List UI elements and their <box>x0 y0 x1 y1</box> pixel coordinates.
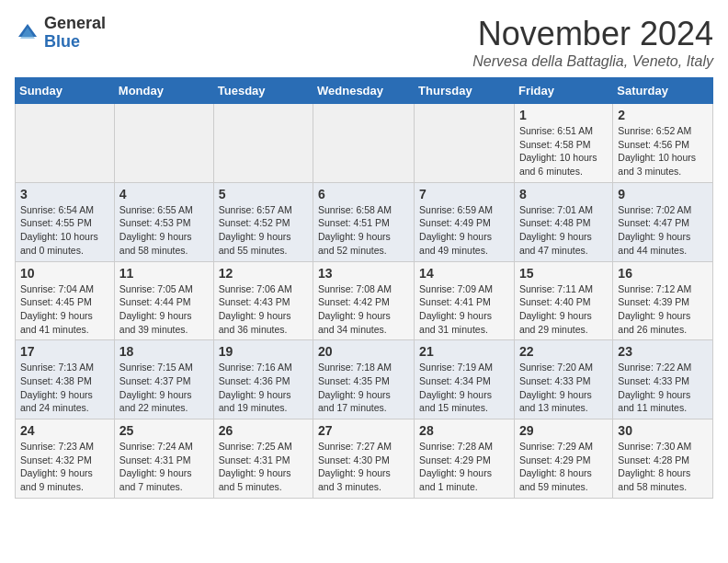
calendar-cell: 15Sunrise: 7:11 AM Sunset: 4:40 PM Dayli… <box>514 261 612 340</box>
day-number: 23 <box>618 344 708 359</box>
day-info: Sunrise: 6:51 AM Sunset: 4:58 PM Dayligh… <box>519 124 608 178</box>
day-info: Sunrise: 7:23 AM Sunset: 4:32 PM Dayligh… <box>20 440 109 494</box>
day-number: 28 <box>419 423 509 438</box>
month-title: November 2024 <box>472 15 713 53</box>
day-info: Sunrise: 7:20 AM Sunset: 4:33 PM Dayligh… <box>519 361 608 415</box>
day-number: 13 <box>318 266 409 281</box>
day-number: 27 <box>318 423 409 438</box>
day-number: 24 <box>20 423 109 438</box>
calendar-cell: 6Sunrise: 6:58 AM Sunset: 4:51 PM Daylig… <box>313 182 415 261</box>
day-info: Sunrise: 7:08 AM Sunset: 4:42 PM Dayligh… <box>318 282 409 337</box>
day-number: 9 <box>618 187 708 201</box>
day-number: 20 <box>318 344 409 359</box>
day-number: 5 <box>219 187 308 201</box>
day-number: 16 <box>618 266 708 281</box>
day-info: Sunrise: 7:29 AM Sunset: 4:29 PM Dayligh… <box>519 440 608 494</box>
weekday-header-saturday: Saturday <box>613 78 713 104</box>
logo-text: General Blue <box>44 15 106 52</box>
day-info: Sunrise: 7:27 AM Sunset: 4:30 PM Dayligh… <box>318 440 409 494</box>
logo: General Blue <box>15 15 106 52</box>
weekday-header-tuesday: Tuesday <box>213 78 313 104</box>
day-info: Sunrise: 7:30 AM Sunset: 4:28 PM Dayligh… <box>618 440 708 494</box>
calendar-cell: 28Sunrise: 7:28 AM Sunset: 4:29 PM Dayli… <box>415 419 515 499</box>
calendar-cell: 4Sunrise: 6:55 AM Sunset: 4:53 PM Daylig… <box>114 182 213 261</box>
day-number: 3 <box>20 187 109 201</box>
day-info: Sunrise: 7:05 AM Sunset: 4:44 PM Dayligh… <box>119 282 209 337</box>
day-info: Sunrise: 7:09 AM Sunset: 4:41 PM Dayligh… <box>419 282 509 337</box>
calendar-cell: 14Sunrise: 7:09 AM Sunset: 4:41 PM Dayli… <box>415 261 515 340</box>
day-info: Sunrise: 6:57 AM Sunset: 4:52 PM Dayligh… <box>219 203 308 258</box>
calendar-cell: 5Sunrise: 6:57 AM Sunset: 4:52 PM Daylig… <box>213 182 313 261</box>
day-number: 18 <box>119 344 209 359</box>
calendar-cell: 23Sunrise: 7:22 AM Sunset: 4:33 PM Dayli… <box>613 340 713 419</box>
calendar-table: SundayMondayTuesdayWednesdayThursdayFrid… <box>15 77 713 499</box>
day-number: 4 <box>119 187 209 201</box>
day-number: 8 <box>519 187 608 201</box>
day-info: Sunrise: 7:11 AM Sunset: 4:40 PM Dayligh… <box>519 282 608 337</box>
day-info: Sunrise: 7:01 AM Sunset: 4:48 PM Dayligh… <box>519 203 608 258</box>
day-info: Sunrise: 6:55 AM Sunset: 4:53 PM Dayligh… <box>119 203 209 258</box>
location-title: Nervesa della Battaglia, Veneto, Italy <box>472 53 713 70</box>
day-number: 1 <box>519 108 608 122</box>
day-number: 10 <box>20 266 109 281</box>
calendar-cell: 21Sunrise: 7:19 AM Sunset: 4:34 PM Dayli… <box>415 340 515 419</box>
weekday-header-thursday: Thursday <box>415 78 515 104</box>
calendar-cell <box>313 104 415 183</box>
day-info: Sunrise: 7:15 AM Sunset: 4:37 PM Dayligh… <box>119 361 209 415</box>
day-number: 15 <box>519 266 608 281</box>
day-number: 2 <box>618 108 708 122</box>
calendar-cell: 18Sunrise: 7:15 AM Sunset: 4:37 PM Dayli… <box>114 340 213 419</box>
calendar-cell: 17Sunrise: 7:13 AM Sunset: 4:38 PM Dayli… <box>16 340 115 419</box>
day-info: Sunrise: 6:54 AM Sunset: 4:55 PM Dayligh… <box>20 203 109 258</box>
day-number: 11 <box>119 266 209 281</box>
calendar-cell: 7Sunrise: 6:59 AM Sunset: 4:49 PM Daylig… <box>415 182 515 261</box>
day-number: 14 <box>419 266 509 281</box>
calendar-cell: 30Sunrise: 7:30 AM Sunset: 4:28 PM Dayli… <box>613 419 713 499</box>
calendar-cell: 27Sunrise: 7:27 AM Sunset: 4:30 PM Dayli… <box>313 419 415 499</box>
calendar-cell <box>114 104 213 183</box>
weekday-header-sunday: Sunday <box>16 78 115 104</box>
day-info: Sunrise: 7:12 AM Sunset: 4:39 PM Dayligh… <box>618 282 708 337</box>
day-info: Sunrise: 6:58 AM Sunset: 4:51 PM Dayligh… <box>318 203 409 258</box>
day-info: Sunrise: 7:02 AM Sunset: 4:47 PM Dayligh… <box>618 203 708 258</box>
day-number: 6 <box>318 187 409 201</box>
calendar-cell: 29Sunrise: 7:29 AM Sunset: 4:29 PM Dayli… <box>514 419 612 499</box>
day-info: Sunrise: 6:59 AM Sunset: 4:49 PM Dayligh… <box>419 203 509 258</box>
logo-icon <box>15 20 40 46</box>
calendar-cell: 26Sunrise: 7:25 AM Sunset: 4:31 PM Dayli… <box>213 419 313 499</box>
weekday-header-friday: Friday <box>514 78 612 104</box>
day-info: Sunrise: 7:06 AM Sunset: 4:43 PM Dayligh… <box>219 282 308 337</box>
day-number: 12 <box>219 266 308 281</box>
day-info: Sunrise: 7:04 AM Sunset: 4:45 PM Dayligh… <box>20 282 109 337</box>
calendar-cell: 16Sunrise: 7:12 AM Sunset: 4:39 PM Dayli… <box>613 261 713 340</box>
calendar-cell: 8Sunrise: 7:01 AM Sunset: 4:48 PM Daylig… <box>514 182 612 261</box>
calendar-cell: 1Sunrise: 6:51 AM Sunset: 4:58 PM Daylig… <box>514 104 612 183</box>
day-number: 26 <box>219 423 308 438</box>
day-info: Sunrise: 7:24 AM Sunset: 4:31 PM Dayligh… <box>119 440 209 494</box>
calendar-cell: 10Sunrise: 7:04 AM Sunset: 4:45 PM Dayli… <box>16 261 115 340</box>
calendar-cell: 2Sunrise: 6:52 AM Sunset: 4:56 PM Daylig… <box>613 104 713 183</box>
calendar-cell <box>16 104 115 183</box>
calendar-cell: 22Sunrise: 7:20 AM Sunset: 4:33 PM Dayli… <box>514 340 612 419</box>
day-number: 17 <box>20 344 109 359</box>
day-number: 19 <box>219 344 308 359</box>
title-area: November 2024 Nervesa della Battaglia, V… <box>472 15 713 70</box>
calendar-cell: 3Sunrise: 6:54 AM Sunset: 4:55 PM Daylig… <box>16 182 115 261</box>
weekday-header-wednesday: Wednesday <box>313 78 415 104</box>
day-info: Sunrise: 7:13 AM Sunset: 4:38 PM Dayligh… <box>20 361 109 415</box>
day-info: Sunrise: 7:16 AM Sunset: 4:36 PM Dayligh… <box>219 361 308 415</box>
calendar-cell: 9Sunrise: 7:02 AM Sunset: 4:47 PM Daylig… <box>613 182 713 261</box>
calendar-cell: 25Sunrise: 7:24 AM Sunset: 4:31 PM Dayli… <box>114 419 213 499</box>
day-number: 22 <box>519 344 608 359</box>
day-info: Sunrise: 7:25 AM Sunset: 4:31 PM Dayligh… <box>219 440 308 494</box>
day-info: Sunrise: 7:28 AM Sunset: 4:29 PM Dayligh… <box>419 440 509 494</box>
day-number: 29 <box>519 423 608 438</box>
calendar-cell: 24Sunrise: 7:23 AM Sunset: 4:32 PM Dayli… <box>16 419 115 499</box>
calendar-cell <box>213 104 313 183</box>
calendar-cell: 13Sunrise: 7:08 AM Sunset: 4:42 PM Dayli… <box>313 261 415 340</box>
day-info: Sunrise: 6:52 AM Sunset: 4:56 PM Dayligh… <box>618 124 708 178</box>
day-number: 25 <box>119 423 209 438</box>
calendar-cell <box>415 104 515 183</box>
weekday-header-monday: Monday <box>114 78 213 104</box>
calendar-cell: 11Sunrise: 7:05 AM Sunset: 4:44 PM Dayli… <box>114 261 213 340</box>
